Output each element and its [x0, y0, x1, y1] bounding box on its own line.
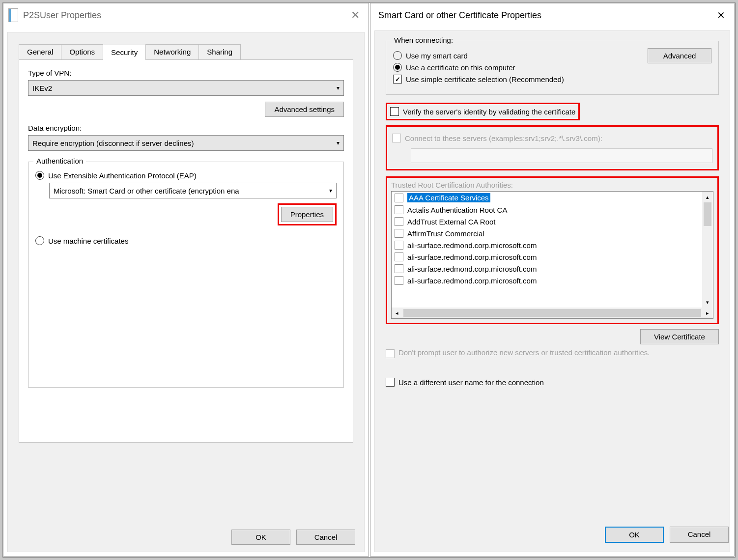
- chevron-down-icon: ▾: [329, 187, 332, 194]
- chevron-down-icon: ▾: [337, 84, 340, 91]
- titlebar: Smart Card or other Certificate Properti…: [370, 3, 734, 27]
- scroll-right-icon[interactable]: ▸: [702, 308, 713, 318]
- radio-icon: [35, 236, 44, 245]
- connect-servers-checkbox: Connect to these servers (examples:srv1;…: [392, 134, 712, 142]
- verify-identity-checkbox[interactable]: Verify the server's identity by validati…: [390, 107, 575, 116]
- vertical-scrollbar[interactable]: ▴ ▾: [702, 192, 713, 308]
- vpn-type-value: IKEv2: [32, 84, 52, 92]
- checkbox-icon[interactable]: [395, 229, 403, 238]
- authentication-fieldset: Authentication Use Extensible Authentica…: [28, 162, 344, 388]
- data-encryption-combo[interactable]: Require encryption (disconnect if server…: [28, 135, 344, 151]
- checkbox-icon[interactable]: [395, 264, 403, 273]
- vpn-type-label: Type of VPN:: [28, 69, 344, 77]
- list-item[interactable]: AffirmTrust Commercial: [392, 227, 713, 239]
- tab-networking[interactable]: Networking: [145, 44, 199, 59]
- dialog-body: General Options Security Networking Shar…: [7, 32, 365, 552]
- machine-cert-radio[interactable]: Use machine certificates: [35, 236, 337, 245]
- close-icon[interactable]: ✕: [713, 9, 729, 21]
- advanced-settings-button[interactable]: Advanced settings: [265, 102, 344, 117]
- ok-button[interactable]: OK: [231, 530, 290, 545]
- window-icon: [8, 8, 18, 22]
- cancel-button[interactable]: Cancel: [670, 527, 729, 543]
- dialog-body: When connecting: Use my smart card Use a…: [374, 30, 730, 552]
- scroll-thumb[interactable]: [704, 202, 711, 226]
- advanced-button[interactable]: Advanced: [648, 48, 711, 63]
- scroll-left-icon[interactable]: ◂: [392, 308, 402, 318]
- tab-options[interactable]: Options: [61, 44, 103, 59]
- eap-method-value: Microsoft: Smart Card or other certifica…: [54, 187, 239, 195]
- checkbox-icon: [386, 378, 395, 387]
- checkbox-icon[interactable]: [395, 252, 403, 261]
- use-smart-card-radio[interactable]: Use my smart card: [393, 51, 648, 60]
- when-connecting-group: When connecting: Use my smart card Use a…: [386, 41, 719, 95]
- trusted-root-listbox[interactable]: AAA Certificate Services Actalis Authent…: [391, 191, 713, 319]
- different-username-checkbox[interactable]: Use a different user name for the connec…: [386, 378, 719, 387]
- tab-sharing[interactable]: Sharing: [199, 44, 241, 59]
- trusted-root-label: Trusted Root Certification Authorities:: [391, 181, 713, 189]
- tab-general[interactable]: General: [19, 44, 61, 59]
- when-connecting-legend: When connecting:: [391, 36, 456, 44]
- checkbox-icon: [386, 349, 395, 358]
- authentication-legend: Authentication: [33, 157, 86, 165]
- list-item[interactable]: ali-surface.redmond.corp.microsoft.com: [392, 239, 713, 251]
- checkbox-icon[interactable]: [395, 217, 403, 226]
- list-item[interactable]: Actalis Authentication Root CA: [392, 204, 713, 216]
- window-title: P2SUser Properties: [23, 10, 347, 21]
- checkbox-icon: [390, 107, 399, 116]
- list-item[interactable]: ali-surface.redmond.corp.microsoft.com: [392, 251, 713, 263]
- radio-icon: [393, 51, 402, 60]
- radio-icon: [35, 171, 44, 180]
- eap-method-combo[interactable]: Microsoft: Smart Card or other certifica…: [49, 183, 337, 198]
- scroll-down-icon[interactable]: ▾: [702, 297, 713, 308]
- radio-icon: [393, 63, 402, 72]
- cancel-button[interactable]: Cancel: [296, 530, 355, 545]
- scroll-up-icon[interactable]: ▴: [702, 192, 713, 202]
- properties-button[interactable]: Properties: [281, 207, 333, 222]
- ok-button[interactable]: OK: [605, 527, 664, 543]
- view-certificate-button[interactable]: View Certificate: [640, 329, 719, 344]
- list-item[interactable]: AAA Certificate Services: [392, 192, 713, 204]
- checkbox-icon: [392, 134, 401, 142]
- data-encryption-value: Require encryption (disconnect if server…: [32, 139, 194, 147]
- chevron-down-icon: ▾: [337, 140, 340, 146]
- tab-security[interactable]: Security: [103, 45, 146, 60]
- titlebar: P2SUser Properties ✕: [3, 3, 369, 27]
- scroll-thumb[interactable]: [403, 309, 701, 317]
- checkbox-icon[interactable]: [395, 194, 403, 202]
- certificate-properties-window: Smart Card or other Certificate Properti…: [370, 3, 735, 557]
- list-item[interactable]: ali-surface.redmond.corp.microsoft.com: [392, 263, 713, 275]
- list-item[interactable]: AddTrust External CA Root: [392, 216, 713, 227]
- window-title: Smart Card or other Certificate Properti…: [375, 10, 713, 21]
- data-encryption-label: Data encryption:: [28, 124, 344, 132]
- use-certificate-radio[interactable]: Use a certificate on this computer: [393, 63, 648, 72]
- vpn-properties-window: P2SUser Properties ✕ General Options Sec…: [3, 3, 369, 557]
- eap-radio[interactable]: Use Extensible Authentication Protocol (…: [35, 171, 337, 180]
- checkbox-icon[interactable]: [395, 241, 403, 250]
- dont-prompt-checkbox: Don't prompt user to authorize new serve…: [386, 348, 719, 358]
- checkbox-icon[interactable]: [395, 276, 403, 285]
- security-tab-panel: Type of VPN: IKEv2 ▾ Advanced settings D…: [19, 59, 353, 443]
- simple-selection-checkbox[interactable]: Use simple certificate selection (Recomm…: [393, 75, 648, 84]
- dialog-buttons: OK Cancel: [231, 530, 355, 545]
- horizontal-scrollbar[interactable]: ◂ ▸: [392, 308, 713, 318]
- checkbox-icon: [393, 75, 402, 84]
- list-item[interactable]: ali-surface.redmond.corp.microsoft.com: [392, 275, 713, 286]
- checkbox-icon[interactable]: [395, 205, 403, 214]
- vpn-type-combo[interactable]: IKEv2 ▾: [28, 80, 344, 96]
- close-icon[interactable]: ✕: [347, 9, 364, 22]
- servers-input: [411, 148, 712, 163]
- tabs: General Options Security Networking Shar…: [19, 44, 364, 59]
